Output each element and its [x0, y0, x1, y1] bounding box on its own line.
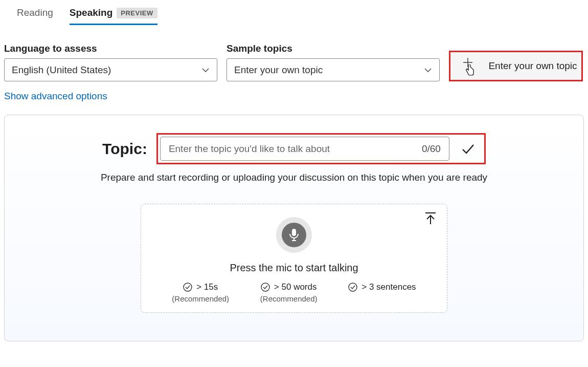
- chevron-down-icon: [424, 66, 432, 74]
- microphone-icon: [288, 228, 300, 242]
- criteria-row: > 15s (Recommended) > 50 words (Recommen…: [156, 282, 432, 303]
- preview-badge: PREVIEW: [117, 8, 157, 18]
- tab-speaking[interactable]: Speaking PREVIEW: [70, 4, 157, 25]
- tab-reading[interactable]: Reading: [17, 4, 53, 25]
- instructions-text: Prepare and start recording or uploading…: [20, 172, 568, 183]
- upload-button[interactable]: [424, 212, 437, 227]
- sample-topics-label: Sample topics: [227, 43, 440, 54]
- criterion-words: > 50 words (Recommended): [260, 282, 318, 303]
- enter-own-topic-button[interactable]: Enter your own topic: [449, 51, 583, 81]
- language-select[interactable]: English (United States): [4, 58, 217, 81]
- checkmark-icon: [461, 142, 475, 156]
- svg-rect-0: [292, 229, 296, 236]
- criterion-duration: > 15s (Recommended): [172, 282, 229, 303]
- speaking-panel: Topic: Enter the topic you'd like to tal…: [4, 115, 584, 341]
- svg-point-2: [261, 283, 269, 291]
- sample-topics-field-group: Sample topics Enter your own topic: [227, 43, 440, 81]
- svg-point-3: [349, 283, 357, 291]
- criterion-sentences: > 3 sentences: [348, 282, 416, 303]
- language-field-group: Language to assess English (United State…: [4, 43, 217, 81]
- criterion-sentences-text: > 3 sentences: [361, 282, 416, 292]
- pointer-cursor-icon: [465, 64, 475, 78]
- show-advanced-options-link[interactable]: Show advanced options: [4, 91, 107, 102]
- criterion-duration-recommended: (Recommended): [172, 294, 229, 303]
- tab-bar: Reading Speaking PREVIEW: [4, 4, 584, 25]
- topic-input[interactable]: Enter the topic you'd like to talk about…: [160, 137, 449, 161]
- check-circle-icon: [183, 283, 192, 292]
- tab-reading-label: Reading: [17, 7, 53, 18]
- controls-row: Language to assess English (United State…: [4, 43, 584, 81]
- topic-char-counter: 0/60: [422, 143, 441, 155]
- criterion-duration-text: > 15s: [196, 282, 218, 292]
- topic-row: Topic: Enter the topic you'd like to tal…: [20, 133, 568, 164]
- tab-speaking-label: Speaking: [70, 7, 112, 18]
- check-circle-icon: [261, 283, 270, 292]
- criterion-words-text: > 50 words: [274, 282, 317, 292]
- sample-topics-select-value: Enter your own topic: [234, 64, 323, 76]
- plus-with-cursor: [463, 57, 475, 75]
- language-label: Language to assess: [4, 43, 217, 54]
- criterion-words-recommended: (Recommended): [260, 294, 318, 303]
- mic-caption: Press the mic to start talking: [156, 262, 432, 274]
- topic-label: Topic:: [102, 140, 147, 158]
- upload-icon: [424, 212, 437, 225]
- language-select-value: English (United States): [12, 64, 111, 76]
- recording-card: Press the mic to start talking > 15s (Re…: [141, 204, 447, 313]
- check-circle-icon: [348, 283, 357, 292]
- topic-input-highlight: Enter the topic you'd like to talk about…: [156, 133, 486, 164]
- mic-button[interactable]: [276, 217, 312, 253]
- enter-own-topic-button-label: Enter your own topic: [484, 60, 581, 72]
- confirm-topic-button[interactable]: [461, 142, 475, 156]
- chevron-down-icon: [201, 66, 210, 74]
- mic-button-inner: [282, 223, 306, 247]
- svg-point-1: [184, 283, 192, 291]
- sample-topics-select[interactable]: Enter your own topic: [227, 58, 440, 81]
- topic-input-placeholder: Enter the topic you'd like to talk about: [169, 143, 330, 155]
